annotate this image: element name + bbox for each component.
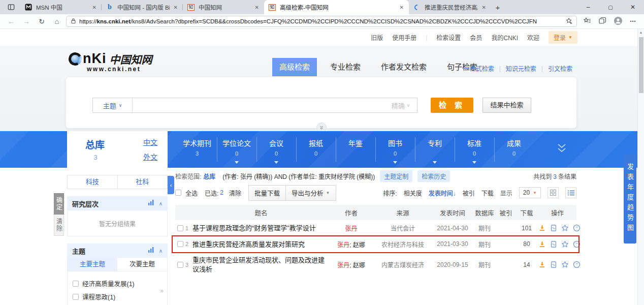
maximize-button[interactable]: ▢ — [599, 0, 622, 14]
expand-more-dbs-icon[interactable] — [556, 143, 567, 155]
page-scrollbar[interactable]: ▲ — [637, 29, 644, 305]
checkbox[interactable] — [73, 294, 79, 300]
tab-science[interactable]: 科技 — [68, 175, 117, 189]
select-all-checkbox[interactable] — [175, 190, 181, 196]
publication-trend-tab[interactable]: 发表年度趋势图 — [624, 154, 636, 243]
search-input[interactable] — [133, 98, 384, 112]
match-select[interactable]: 精确∨ — [384, 98, 417, 112]
add-favorite-icon[interactable] — [565, 17, 572, 26]
confirm-button[interactable]: 确定 — [54, 193, 64, 215]
nav-my-cnki[interactable]: 我的CNKI — [491, 33, 518, 42]
minimize-button[interactable]: – — [577, 0, 599, 14]
db-cat-conference[interactable]: 会议0 — [256, 131, 296, 168]
more-menu-icon[interactable]: ⋯ — [630, 18, 636, 25]
topic-item[interactable]: 经济高质量发展(1) — [73, 279, 162, 288]
nav-manual[interactable]: 使用手册 — [392, 33, 416, 42]
grid-view-icon[interactable] — [548, 187, 559, 198]
link-knowledge-search[interactable]: 知识元检索 — [506, 64, 536, 73]
search-in-results-button[interactable]: 结果中检索 — [482, 98, 531, 113]
db-cat-thesis[interactable]: 学位论文0 — [217, 131, 256, 168]
bar-chart-icon[interactable] — [148, 200, 154, 207]
result-title-link[interactable]: 推进重庆民营经济高质量发展对策研究 — [192, 240, 330, 249]
tab-sub-topic[interactable]: 次要主题 — [117, 258, 167, 271]
scrollbar-thumb[interactable] — [639, 37, 643, 93]
db-cat-achievement[interactable]: 成果0 — [494, 131, 534, 168]
lang-foreign-link[interactable]: 外文 — [143, 151, 157, 162]
sidebar-collapse-handle[interactable]: ‹ — [168, 176, 174, 194]
bar-chart-icon[interactable] — [148, 247, 154, 254]
sort-relevance[interactable]: 相关度 — [404, 189, 422, 197]
nav-old-version[interactable]: 旧版 — [371, 33, 383, 42]
total-db-box[interactable]: 总库 3 中文 外文 — [67, 131, 168, 168]
collapse-panel-icon[interactable]: ∧ — [159, 201, 163, 206]
clear-button[interactable]: 清除 — [54, 215, 64, 236]
nav-member[interactable]: 会员 — [470, 33, 482, 42]
nav-search-settings[interactable]: 检索设置 — [436, 33, 461, 42]
db-cat-standard[interactable]: 标准0 — [455, 131, 494, 168]
html-read-icon[interactable] — [550, 240, 557, 248]
tab-close-icon[interactable]: ✕ — [173, 5, 179, 10]
tab-professional-search[interactable]: 专业检索 — [323, 58, 368, 76]
html-read-icon[interactable] — [550, 261, 557, 268]
result-authors[interactable]: 张丹; 赵娜 — [330, 260, 373, 269]
tab-close-icon[interactable]: ✕ — [399, 5, 405, 10]
search-history-button[interactable]: 检索历史 — [417, 170, 450, 182]
cnki-logo[interactable]: nKi 中国知网 www.cnki.net — [69, 51, 152, 73]
db-cat-patent[interactable]: 专利 — [415, 131, 455, 168]
list-view-icon[interactable] — [565, 187, 576, 198]
tab-author-search[interactable]: 作者发文检索 — [374, 58, 434, 76]
tab-close-icon[interactable]: ✕ — [91, 5, 98, 10]
tab-advanced-search[interactable]: 高级检索 — [272, 58, 317, 76]
topic-item[interactable]: 课程思政(1) — [73, 292, 162, 301]
tab-social[interactable]: 社科 — [117, 175, 168, 189]
link-onebox-search[interactable]: 一框式检索 — [464, 64, 494, 73]
db-cat-yearbook[interactable]: 年鉴 — [336, 131, 375, 168]
quote-icon[interactable]: ” — [573, 261, 581, 268]
export-analyze-button[interactable]: 导出与分析▼ — [285, 185, 336, 201]
result-source[interactable]: 当代会计 — [373, 224, 433, 232]
search-button[interactable]: 检 索 — [431, 98, 473, 113]
collapse-panel-icon[interactable]: ∧ — [159, 248, 163, 254]
collections-icon[interactable] — [598, 17, 606, 26]
profile-avatar-icon[interactable] — [614, 16, 623, 27]
row-checkbox[interactable] — [177, 225, 183, 231]
sort-downloads[interactable]: 下载 — [481, 189, 494, 197]
favorites-hub-icon[interactable] — [583, 17, 591, 26]
home-icon[interactable]: ⌂ — [51, 15, 63, 27]
quote-icon[interactable]: ” — [573, 224, 581, 232]
result-title-link[interactable]: 基于课程思政理念的“财务管理学”教学设计 — [192, 224, 330, 233]
row-checkbox[interactable] — [177, 262, 183, 268]
download-icon[interactable] — [538, 224, 546, 232]
clear-selection-button[interactable]: 清除 — [229, 189, 241, 197]
result-source[interactable]: 农村经济与科技 — [373, 240, 433, 249]
vertical-tabs-icon[interactable] — [4, 1, 18, 13]
favorite-star-icon[interactable] — [561, 224, 569, 232]
link-citation-search[interactable]: 引文检索 — [548, 64, 572, 73]
result-authors[interactable]: 张丹 — [330, 224, 373, 232]
html-read-icon[interactable] — [550, 224, 557, 232]
address-bar[interactable]: https://kns.cnki.net/kns8/AdvSearch?dbpr… — [66, 16, 577, 27]
refresh-icon[interactable]: ↻ — [36, 15, 48, 27]
db-cat-book[interactable]: 图书0 — [375, 131, 415, 168]
browser-tab-bing[interactable]: b 中国知网 - 国内版 Bing ✕ — [102, 0, 183, 14]
scrollbar-up-arrow[interactable]: ▲ — [638, 29, 644, 36]
quote-icon[interactable]: ” — [573, 240, 581, 248]
browser-tab-loading[interactable]: 推进重庆民营经济高质量发展对 ✕ — [409, 0, 491, 14]
tab-close-icon[interactable]: ✕ — [481, 5, 487, 10]
favorite-star-icon[interactable] — [561, 240, 569, 248]
checkbox[interactable] — [73, 281, 79, 287]
back-icon[interactable]: ← — [5, 15, 17, 27]
row-checkbox[interactable] — [177, 241, 183, 247]
browser-tab-advsearch-active[interactable]: 知 高级检索-中国知网 ✕ — [264, 0, 409, 14]
db-cat-newspaper[interactable]: 报纸0 — [296, 131, 336, 168]
lang-chinese-link[interactable]: 中文 — [143, 137, 157, 147]
browser-tab-msn[interactable]: MSN 中国 ✕ — [20, 0, 102, 14]
login-button[interactable]: 登录▼ — [549, 31, 577, 44]
browser-tab-cnki-home[interactable]: 知 中国知网 ✕ — [183, 0, 264, 14]
forward-icon[interactable]: → — [20, 15, 33, 27]
expand-topics-icon[interactable]: » — [160, 287, 164, 294]
result-authors[interactable]: 张丹; 赵娜 — [330, 240, 373, 249]
favorite-star-icon[interactable] — [561, 261, 569, 268]
tab-main-topic[interactable]: 主要主题 — [68, 258, 117, 271]
field-select[interactable]: 主题∨ — [93, 98, 133, 112]
